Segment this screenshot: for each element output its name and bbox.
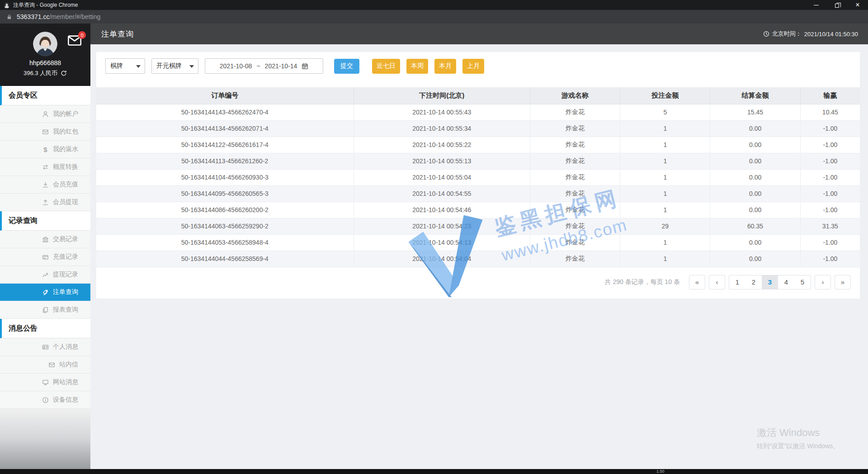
sidebar-item-withdraw[interactable]: 会员提现 [0,194,90,211]
page-header: 注单查询 北京时间：2021/10/14 01:50:30 [90,24,868,44]
close-icon: × [855,1,859,9]
page-1-button[interactable]: 1 [729,275,745,289]
restore-button[interactable] [826,0,847,10]
mail-icon [48,361,55,368]
page-number-group: 1 2 3 4 5 [729,275,811,289]
provider-select[interactable]: 开元棋牌 [151,58,198,74]
lock-icon [6,14,12,20]
monitor-icon [42,379,49,386]
sidebar-item-website-messages[interactable]: 网站消息 [0,374,90,391]
clock-icon [763,31,769,37]
record-count-summary: 共 290 条记录，每页 10 条 [605,278,680,286]
deposit-icon [42,181,49,188]
user-balance: 396.3 人民币 [24,69,57,77]
page-title: 注单查询 [101,29,134,39]
date-separator: ~ [256,62,260,70]
page-next-button[interactable]: › [815,275,831,289]
sidebar-item-deposit[interactable]: 会员充值 [0,176,90,194]
sidebar-item-quota-transfer[interactable]: 额度转换 [0,158,90,176]
close-button[interactable]: × [847,0,868,10]
sidebar: 0 hhp666888 396.3 人民币 会员专区 我的帐户 我的红包 $ 我… [0,24,90,474]
url-path: /member/#/betting [49,13,100,20]
url-domain: 5363371.cc [17,13,49,20]
sidebar-item-my-redpacket[interactable]: 我的红包 [0,123,90,141]
category-select[interactable]: 棋牌 [105,58,145,74]
page-last-button[interactable]: » [835,275,851,289]
table-row: 50-1634144053-4566258948-42021-10-14 00:… [96,234,860,251]
page-2-button[interactable]: 2 [745,275,762,289]
table-row: 50-1634144063-4566259290-22021-10-14 00:… [96,218,860,234]
bet-records-table: 订单编号 下注时间(北京) 游戏名称 投注金额 结算金额 输赢 50-16341… [96,87,860,267]
red-packet-icon [42,128,49,135]
minimize-icon [814,5,819,5]
page-5-button[interactable]: 5 [794,275,811,289]
sidebar-item-deposit-records[interactable]: 充值记录 [0,248,90,266]
bottom-bar-text: 1.50 [656,469,665,474]
sidebar-item-my-rebate[interactable]: $ 我的返水 [0,141,90,158]
content-area: 棋牌 开元棋牌 2021-10-08 ~ 2021-10-14 提交 近七日 本… [90,44,868,474]
user-icon [42,111,49,118]
sidebar-item-my-account[interactable]: 我的帐户 [0,105,90,123]
bet-tag-icon [42,289,49,296]
withdraw-icon [42,199,49,206]
mail-button[interactable]: 0 [68,35,81,47]
page-first-button[interactable]: « [689,275,705,289]
beijing-time: 北京时间：2021/10/14 01:50:30 [763,30,858,38]
col-game-name: 游戏名称 [530,87,620,104]
idcard-icon [42,344,49,351]
sidebar-item-bet-query[interactable]: 注单查询 [0,284,90,301]
quick-thismonth-button[interactable]: 本月 [434,59,456,74]
transfer-icon [42,164,49,171]
report-icon [42,307,49,313]
page-4-button[interactable]: 4 [778,275,794,289]
windows-activation-notice: 激活 Windows 转到“设置”以激活 Windows。 [757,426,839,450]
card-icon [42,254,49,261]
quick-last7days-button[interactable]: 近七日 [372,59,400,74]
sidebar-item-device-info[interactable]: 设备信息 [0,391,90,409]
table-row: 50-1634144134-4566262071-42021-10-14 00:… [96,120,860,137]
page-3-button-active[interactable]: 3 [762,275,778,289]
dollar-icon: $ [42,146,49,153]
table-row: 50-1634144044-4566258569-42021-10-14 00:… [96,251,860,267]
sidebar-item-report-query[interactable]: 报表查询 [0,301,90,319]
date-to: 2021-10-14 [265,62,297,70]
sidebar-section-member: 会员专区 [0,86,90,105]
table-row: 50-1634144095-4566260565-32021-10-14 00:… [96,185,860,202]
page-prev-button[interactable]: ‹ [709,275,725,289]
bank-icon [42,236,49,243]
address-bar[interactable]: 5363371.cc/member/#/betting [0,10,868,24]
sidebar-section-announcements: 消息公告 [0,319,90,338]
user-name: hhp666888 [29,59,61,66]
sidebar-item-transaction-records[interactable]: 交易记录 [0,231,90,248]
quick-thisweek-button[interactable]: 本周 [406,59,428,74]
table-row: 50-1634144104-4566260930-32021-10-14 00:… [96,169,860,185]
sidebar-item-personal-messages[interactable]: 个人消息 [0,338,90,356]
table-row: 50-1634144122-4566261617-42021-10-14 00:… [96,137,860,153]
pagination: 共 290 条记录，每页 10 条 « ‹ 1 2 3 4 5 › » [96,275,851,289]
table-header-row: 订单编号 下注时间(北京) 游戏名称 投注金额 结算金额 输赢 [96,87,860,104]
table-row: 50-1634144086-4566260200-22021-10-14 00:… [96,202,860,218]
bottom-bar: 1.50 [0,469,868,474]
col-bet-amount: 投注金额 [620,87,710,104]
minimize-button[interactable] [806,0,826,10]
col-winloss: 输赢 [800,87,860,104]
mail-badge: 0 [78,31,86,39]
query-card: 棋牌 开元棋牌 2021-10-08 ~ 2021-10-14 提交 近七日 本… [96,52,860,299]
submit-button[interactable]: 提交 [334,59,359,74]
refresh-icon[interactable] [61,70,67,76]
restore-icon [835,4,839,8]
avatar[interactable] [33,32,57,56]
table-row: 50-1634144113-4566261260-22021-10-14 00:… [96,153,860,169]
sidebar-item-withdraw-records[interactable]: 提现记录 [0,266,90,284]
col-settle-amount: 结算金额 [710,87,800,104]
table-row: 50-1634144143-4566262470-42021-10-14 00:… [96,104,860,120]
col-bet-time: 下注时间(北京) [354,87,530,104]
date-range-picker[interactable]: 2021-10-08 ~ 2021-10-14 [205,58,323,74]
sidebar-section-records: 记录查询 [0,211,90,231]
filter-bar: 棋牌 开元棋牌 2021-10-08 ~ 2021-10-14 提交 近七日 本… [96,58,860,74]
site-favicon [4,2,10,8]
window-titlebar: 注单查询 - Google Chrome × [0,0,868,10]
quick-lastmonth-button[interactable]: 上月 [462,59,484,74]
sidebar-item-site-mail[interactable]: 站内信 [0,356,90,374]
chart-icon [42,271,49,278]
